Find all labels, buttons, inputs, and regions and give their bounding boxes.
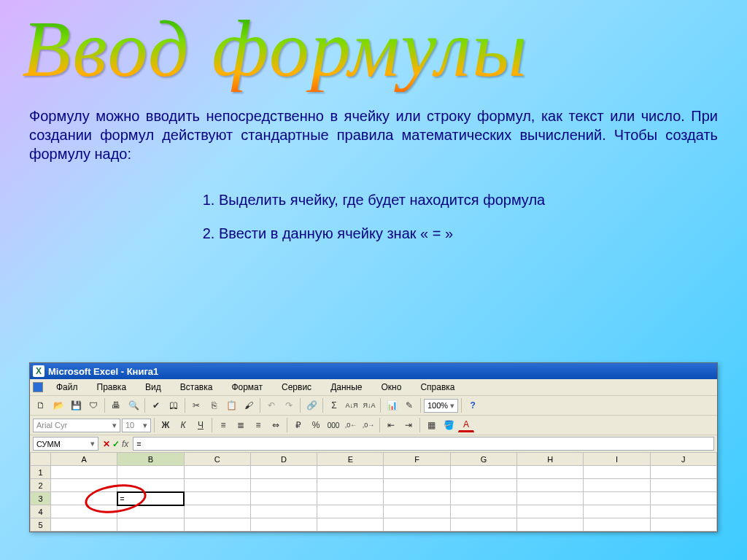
menu-window[interactable]: Окно	[372, 381, 410, 394]
col-header[interactable]: A	[51, 453, 117, 466]
decrease-decimal-icon[interactable]: ,0→	[360, 417, 376, 433]
active-cell[interactable]: =	[117, 492, 184, 505]
cell[interactable]	[450, 518, 516, 532]
currency-icon[interactable]: ₽	[290, 417, 306, 433]
cell[interactable]	[584, 505, 650, 518]
cell[interactable]	[384, 479, 450, 492]
copy-icon[interactable]: ⎘	[206, 397, 222, 413]
cancel-formula-icon[interactable]: ✕	[103, 439, 110, 449]
cell[interactable]	[184, 505, 250, 518]
cell[interactable]	[184, 466, 250, 479]
drawing-icon[interactable]: ✎	[401, 397, 417, 413]
menu-help[interactable]: Справка	[411, 381, 463, 394]
sort-asc-icon[interactable]: А↓Я	[344, 397, 360, 413]
cell[interactable]	[184, 479, 250, 492]
row-header[interactable]: 5	[31, 518, 51, 532]
cell[interactable]	[317, 479, 384, 492]
autosum-icon[interactable]: Σ	[326, 397, 342, 413]
spellcheck-icon[interactable]: ✔	[148, 397, 164, 413]
new-icon[interactable]: 🗋	[33, 397, 49, 413]
cell[interactable]	[184, 492, 250, 505]
doc-sys-icon[interactable]	[33, 382, 43, 392]
open-icon[interactable]: 📂	[50, 397, 66, 413]
redo-icon[interactable]: ↷	[281, 397, 297, 413]
col-header[interactable]: B	[117, 453, 184, 466]
underline-icon[interactable]: Ч	[193, 417, 209, 433]
formula-input[interactable]: =	[133, 437, 714, 451]
cell[interactable]	[250, 466, 317, 479]
cell[interactable]	[650, 466, 716, 479]
align-right-icon[interactable]: ≡	[250, 417, 266, 433]
print-preview-icon[interactable]: 🔍	[125, 397, 142, 413]
cell[interactable]	[117, 479, 184, 492]
select-all-corner[interactable]	[31, 453, 51, 466]
cell[interactable]	[317, 518, 384, 532]
name-box[interactable]: СУММ▾	[33, 437, 98, 451]
cell[interactable]	[51, 492, 117, 505]
cell[interactable]	[51, 479, 117, 492]
cell[interactable]	[384, 466, 450, 479]
research-icon[interactable]: 🕮	[166, 397, 182, 413]
bold-icon[interactable]: Ж	[158, 417, 174, 433]
spreadsheet-grid[interactable]: A B C D E F G H I J 1 2 3= 4 5	[30, 452, 717, 532]
menu-format[interactable]: Формат	[222, 381, 271, 394]
col-header[interactable]: F	[384, 453, 450, 466]
fill-color-icon[interactable]: 🪣	[441, 417, 457, 433]
cell[interactable]	[317, 505, 384, 518]
italic-icon[interactable]: К	[175, 417, 191, 433]
cell[interactable]	[650, 518, 716, 532]
undo-icon[interactable]: ↶	[263, 397, 279, 413]
cell[interactable]	[250, 492, 317, 505]
cell[interactable]	[650, 505, 716, 518]
cell[interactable]	[584, 518, 650, 532]
font-size-combo[interactable]: 10▾	[122, 419, 151, 432]
cell[interactable]	[450, 479, 516, 492]
menu-tools[interactable]: Сервис	[273, 381, 320, 394]
cell[interactable]	[517, 505, 584, 518]
cell[interactable]	[384, 518, 450, 532]
cell[interactable]	[250, 518, 317, 532]
row-header[interactable]: 1	[31, 466, 51, 479]
cell[interactable]	[51, 466, 117, 479]
font-name-combo[interactable]: Arial Cyr▾	[33, 419, 120, 432]
align-center-icon[interactable]: ≣	[233, 417, 249, 433]
cell[interactable]	[117, 505, 184, 518]
cell[interactable]	[317, 466, 384, 479]
cell[interactable]	[384, 492, 450, 505]
row-header[interactable]: 3	[31, 492, 51, 505]
menu-file[interactable]: Файл	[47, 381, 87, 394]
cut-icon[interactable]: ✂	[188, 397, 204, 413]
cell[interactable]	[584, 466, 650, 479]
enter-formula-icon[interactable]: ✓	[112, 439, 120, 449]
increase-decimal-icon[interactable]: ,0←	[343, 417, 359, 433]
row-header[interactable]: 4	[31, 505, 51, 518]
save-icon[interactable]: 💾	[68, 397, 84, 413]
cell[interactable]	[650, 479, 716, 492]
col-header[interactable]: I	[584, 453, 650, 466]
cell[interactable]	[650, 492, 716, 505]
menu-edit[interactable]: Правка	[88, 381, 136, 394]
cell[interactable]	[51, 518, 117, 532]
menu-insert[interactable]: Вставка	[171, 381, 222, 394]
cell[interactable]	[117, 466, 184, 479]
borders-icon[interactable]: ▦	[423, 417, 439, 433]
col-header[interactable]: H	[517, 453, 584, 466]
col-header[interactable]: E	[317, 453, 384, 466]
format-painter-icon[interactable]: 🖌	[241, 397, 257, 413]
col-header[interactable]: G	[450, 453, 516, 466]
sort-desc-icon[interactable]: Я↓А	[361, 397, 377, 413]
align-left-icon[interactable]: ≡	[215, 417, 231, 433]
decrease-indent-icon[interactable]: ⇤	[383, 417, 399, 433]
cell[interactable]	[184, 518, 250, 532]
percent-icon[interactable]: %	[308, 417, 324, 433]
cell[interactable]	[450, 492, 516, 505]
row-header[interactable]: 2	[31, 479, 51, 492]
print-icon[interactable]: 🖶	[108, 397, 124, 413]
comma-icon[interactable]: 000	[325, 417, 341, 433]
cell[interactable]	[250, 505, 317, 518]
cell[interactable]	[517, 466, 584, 479]
chart-wizard-icon[interactable]: 📊	[384, 397, 400, 413]
font-color-icon[interactable]: A	[458, 419, 474, 432]
col-header[interactable]: D	[250, 453, 317, 466]
cell[interactable]	[450, 466, 516, 479]
